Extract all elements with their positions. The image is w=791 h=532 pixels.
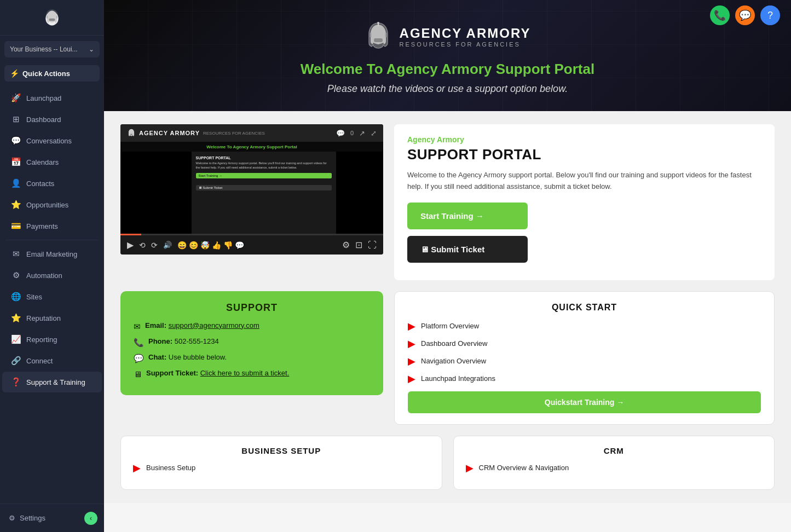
support-ticket-line: 🖥 Support Ticket: Click here to submit a…	[134, 369, 370, 379]
quickstart-item-1[interactable]: ▶ Platform Overview	[408, 320, 761, 332]
sidebar-item-sites[interactable]: 🌐 Sites	[2, 286, 102, 307]
sidebar-item-conversations[interactable]: 💬 Conversations	[2, 130, 102, 151]
business-setup-item-label: Business Setup	[146, 464, 195, 472]
chat-button[interactable]: 💬	[735, 5, 755, 25]
row-1: AGENCY ARMORY RESOURCES FOR AGENCIES 💬 0…	[120, 124, 775, 280]
quickstart-item-label: Navigation Overview	[421, 357, 486, 365]
business-selector[interactable]: Your Business -- Loui... ⌄	[4, 41, 100, 57]
play-button[interactable]: ▶	[127, 240, 134, 250]
start-training-button[interactable]: Start Training →	[407, 203, 528, 229]
ticket-value[interactable]: Click here to submit a ticket.	[200, 369, 290, 377]
bolt-icon: ⚡	[10, 69, 19, 78]
phone-value: 502-555-1234	[175, 337, 219, 345]
sidebar-item-email-marketing[interactable]: ✉ Email Marketing	[2, 244, 102, 264]
quickstart-item-label: Dashboard Overview	[421, 339, 487, 348]
settings-video-button[interactable]: ⚙	[342, 240, 350, 250]
inner-body: Welcome to the Agency Armory support por…	[196, 161, 332, 170]
chat-value: Use bubble below.	[169, 353, 227, 361]
quickstart-item-3[interactable]: ▶ Navigation Overview	[408, 355, 761, 367]
sidebar-item-label: Reputation	[26, 314, 61, 322]
emoji-mindblown[interactable]: 🤯	[200, 241, 210, 250]
crm-heading: CRM	[466, 446, 763, 455]
quick-actions-button[interactable]: ⚡ Quick Actions	[4, 65, 100, 82]
emoji-thumbsup[interactable]: 👍	[212, 241, 221, 250]
quickstart-item-4[interactable]: ▶ Launchpad Integrations	[408, 373, 761, 385]
email-value[interactable]: support@agencyarmory.com	[169, 321, 259, 329]
inner-submit-btn[interactable]: 🖥 Submit Ticket	[196, 185, 332, 190]
youtube-icon: ▶	[408, 320, 415, 332]
video-progress-bar	[120, 234, 141, 235]
quickstart-item-2[interactable]: ▶ Dashboard Overview	[408, 338, 761, 350]
sidebar-item-label: Reporting	[26, 336, 57, 344]
sidebar-item-contacts[interactable]: 👤 Contacts	[2, 173, 102, 194]
contacts-icon: 👤	[11, 178, 21, 188]
rewind-button[interactable]: ⟲	[139, 241, 146, 250]
svg-rect-2	[374, 38, 383, 42]
crm-card: CRM ▶ CRM Overview & Navigation	[453, 436, 775, 490]
sidebar-item-label: Sites	[26, 293, 42, 301]
youtube-icon: ▶	[466, 462, 474, 474]
sidebar-item-dashboard[interactable]: ⊞ Dashboard	[2, 109, 102, 130]
action-buttons: Start Training → 🖥 Submit Ticket	[407, 203, 761, 269]
emoji-smile[interactable]: 😄	[177, 241, 187, 250]
sidebar-item-label: Automation	[26, 271, 62, 280]
helmet-icon	[42, 8, 62, 27]
sites-icon: 🌐	[11, 292, 21, 302]
quickstart-training-button[interactable]: Quickstart Training →	[408, 391, 761, 413]
forward-button[interactable]: ⟳	[151, 241, 158, 250]
submit-ticket-button[interactable]: 🖥 Submit Ticket	[407, 236, 528, 263]
volume-button[interactable]: 🔊	[163, 241, 172, 249]
hero-title: Welcome To Agency Armory Support Portal	[301, 61, 594, 78]
hero-subtitle: Please watch the videos or use a support…	[327, 83, 568, 95]
payments-icon: 💳	[11, 221, 21, 231]
sidebar-item-connect[interactable]: 🔗 Connect	[2, 350, 102, 371]
video-actions: 💬 0 ↗ ⤢	[336, 129, 377, 137]
sidebar-item-automation[interactable]: ⚙ Automation	[2, 265, 102, 286]
phone-line-icon: 📞	[134, 338, 144, 348]
video-preview: SUPPORT PORTAL Welcome to the Agency Arm…	[120, 152, 383, 234]
hero-logo-sub: RESOURCES FOR AGENCIES	[400, 41, 531, 48]
emoji-reactions: 😄 😊 🤯 👍 👎 💬	[177, 241, 244, 250]
fullscreen-button[interactable]: ⛶	[368, 240, 377, 250]
collapse-sidebar-button[interactable]: ‹	[84, 512, 97, 525]
sidebar-item-reporting[interactable]: 📈 Reporting	[2, 329, 102, 350]
sidebar-item-reputation[interactable]: ⭐ Reputation	[2, 308, 102, 328]
conversations-icon: 💬	[11, 136, 21, 146]
main-content: 📞 💬 ? AGENCY ARMORY RESOURCES FOR AGENCI…	[104, 0, 791, 532]
sidebar-item-label: Dashboard	[26, 115, 61, 124]
captions-button[interactable]: ⊡	[355, 240, 362, 250]
crm-item-1[interactable]: ▶ CRM Overview & Navigation	[466, 462, 763, 474]
support-portal-description: Welcome to the Agency Armory support por…	[407, 170, 761, 193]
sidebar-item-label: Launchpad	[26, 94, 61, 102]
sidebar-item-launchpad[interactable]: 🚀 Launchpad	[2, 88, 102, 108]
sidebar-item-calendars[interactable]: 📅 Calendars	[2, 152, 102, 172]
emoji-thumbsdown[interactable]: 👎	[223, 241, 233, 250]
connect-icon: 🔗	[11, 356, 21, 366]
nav-divider	[5, 240, 99, 240]
reputation-icon: ⭐	[11, 313, 21, 323]
quickstart-heading: QUICK START	[408, 303, 761, 313]
sidebar-item-opportunities[interactable]: ⭐ Opportunities	[2, 194, 102, 215]
video-logo-sub: RESOURCES FOR AGENCIES	[203, 131, 265, 136]
hero-banner: AGENCY ARMORY RESOURCES FOR AGENCIES Wel…	[104, 0, 791, 111]
sidebar-item-label: Support & Training	[26, 378, 85, 386]
calendars-icon: 📅	[11, 157, 21, 167]
email-icon: ✉	[134, 322, 141, 332]
hero-logo: AGENCY ARMORY RESOURCES FOR AGENCIES	[365, 22, 531, 52]
video-panel: AGENCY ARMORY RESOURCES FOR AGENCIES 💬 0…	[120, 124, 383, 255]
settings-item[interactable]: ⚙ Settings	[2, 510, 52, 527]
video-controls[interactable]: ▶ ⟲ ⟳ 🔊 😄 😊 🤯 👍 👎 💬 ⚙	[120, 235, 383, 255]
phone-button[interactable]: 📞	[710, 5, 730, 25]
emoji-comment[interactable]: 💬	[235, 241, 244, 250]
sidebar-item-payments[interactable]: 💳 Payments	[2, 216, 102, 236]
svg-point-3	[377, 22, 379, 24]
business-setup-heading: BUSINESS SETUP	[133, 446, 430, 455]
emoji-happy[interactable]: 😊	[189, 241, 198, 250]
business-setup-item-1[interactable]: ▶ Business Setup	[133, 462, 430, 474]
content-area: AGENCY ARMORY RESOURCES FOR AGENCIES 💬 0…	[104, 111, 791, 503]
help-button[interactable]: ?	[760, 5, 780, 25]
sidebar-item-support-training[interactable]: ❓ Support & Training	[2, 372, 102, 392]
svg-rect-1	[49, 19, 55, 21]
inner-start-btn[interactable]: Start Training →	[196, 173, 332, 178]
support-portal-panel: Agency Armory SUPPORT PORTAL Welcome to …	[394, 124, 775, 280]
